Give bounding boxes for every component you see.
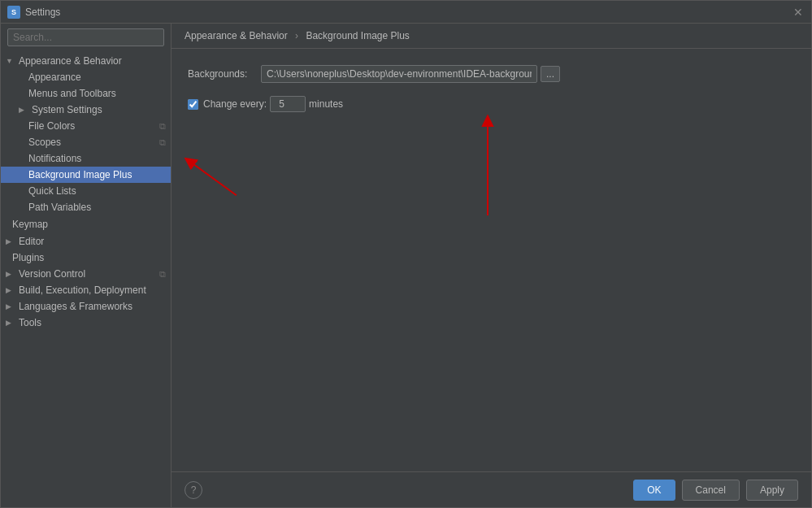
sidebar-item-notifications[interactable]: Notifications: [1, 150, 171, 167]
chevron-right-icon: ▶: [6, 286, 17, 294]
sidebar-item-background-image-plus[interactable]: Background Image Plus: [1, 167, 171, 183]
titlebar: S Settings ✕: [1, 1, 811, 24]
change-every-input[interactable]: [270, 96, 306, 112]
search-input[interactable]: [7, 28, 164, 46]
change-every-checkbox[interactable]: [188, 99, 198, 110]
help-button[interactable]: ?: [185, 481, 202, 499]
cancel-button[interactable]: Cancel: [682, 480, 740, 501]
sidebar: ▼ Appearance & Behavior Appearance Menus…: [1, 24, 172, 507]
sidebar-group-label: Editor: [19, 236, 166, 247]
annotation-overlay: [172, 49, 811, 471]
chevron-right-icon: ▶: [6, 302, 17, 310]
version-control-icon: ⧉: [159, 269, 166, 280]
sidebar-item-path-variables[interactable]: Path Variables: [1, 199, 171, 215]
settings-window: S Settings ✕ ▼ Appearance & Behavior App…: [0, 0, 812, 508]
sidebar-item-tools[interactable]: ▶ Tools: [1, 315, 171, 331]
apply-button[interactable]: Apply: [746, 480, 798, 501]
app-icon: S: [7, 6, 20, 19]
breadcrumb-separator: ›: [295, 30, 298, 41]
chevron-right-icon: ▶: [19, 106, 30, 114]
sidebar-item-keymap[interactable]: Keymap: [1, 215, 171, 233]
close-button[interactable]: ✕: [792, 6, 805, 19]
sidebar-group-label: Appearance & Behavior: [19, 55, 166, 67]
breadcrumb-parent: Appearance & Behavior: [185, 30, 288, 41]
file-colors-icon: ⧉: [159, 121, 166, 132]
sidebar-item-plugins[interactable]: Plugins: [1, 250, 171, 266]
search-box: [1, 24, 171, 51]
sidebar-item-build-execution[interactable]: ▶ Build, Execution, Deployment: [1, 282, 171, 298]
sidebar-group-label: Build, Execution, Deployment: [19, 284, 166, 296]
ok-button[interactable]: OK: [633, 480, 675, 501]
backgrounds-input[interactable]: [261, 65, 537, 83]
chevron-right-icon: ▶: [6, 270, 17, 278]
sidebar-item-version-control[interactable]: ▶ Version Control ⧉: [1, 266, 171, 282]
sidebar-group-label: System Settings: [32, 104, 166, 115]
sidebar-item-menus-toolbars[interactable]: Menus and Toolbars: [1, 85, 171, 102]
breadcrumb: Appearance & Behavior › Background Image…: [172, 24, 811, 49]
change-every-label: Change every:: [203, 98, 267, 110]
browse-button[interactable]: ...: [541, 66, 560, 82]
main-content: ▼ Appearance & Behavior Appearance Menus…: [1, 24, 811, 507]
backgrounds-label: Backgrounds:: [188, 68, 261, 80]
change-every-row: Change every: minutes: [188, 96, 795, 112]
nav-tree: ▼ Appearance & Behavior Appearance Menus…: [1, 51, 171, 507]
sidebar-item-languages-frameworks[interactable]: ▶ Languages & Frameworks: [1, 298, 171, 315]
backgrounds-row: Backgrounds: ...: [188, 65, 795, 83]
sidebar-item-appearance[interactable]: Appearance: [1, 69, 171, 85]
chevron-down-icon: ▼: [6, 57, 17, 65]
sidebar-item-quick-lists[interactable]: Quick Lists: [1, 183, 171, 199]
svg-line-2: [189, 161, 237, 195]
panel-content: Backgrounds: ... Change every: minutes: [172, 49, 811, 471]
sidebar-item-system-settings[interactable]: ▶ System Settings: [1, 102, 171, 118]
chevron-right-icon: ▶: [6, 237, 17, 245]
scopes-icon: ⧉: [159, 137, 166, 148]
sidebar-item-scopes[interactable]: Scopes ⧉: [1, 134, 171, 150]
right-panel: Appearance & Behavior › Background Image…: [172, 24, 811, 507]
chevron-right-icon: ▶: [6, 319, 17, 327]
window-title: Settings: [25, 7, 792, 18]
sidebar-group-label: Tools: [19, 317, 166, 328]
sidebar-item-editor[interactable]: ▶ Editor: [1, 233, 171, 250]
minutes-label: minutes: [309, 98, 343, 110]
sidebar-item-appearance-behavior[interactable]: ▼ Appearance & Behavior: [1, 53, 171, 69]
footer: ? OK Cancel Apply: [172, 471, 811, 507]
sidebar-item-file-colors[interactable]: File Colors ⧉: [1, 118, 171, 134]
breadcrumb-current: Background Image Plus: [306, 30, 409, 41]
sidebar-group-label: Version Control: [19, 268, 156, 280]
sidebar-group-label: Languages & Frameworks: [19, 301, 166, 312]
